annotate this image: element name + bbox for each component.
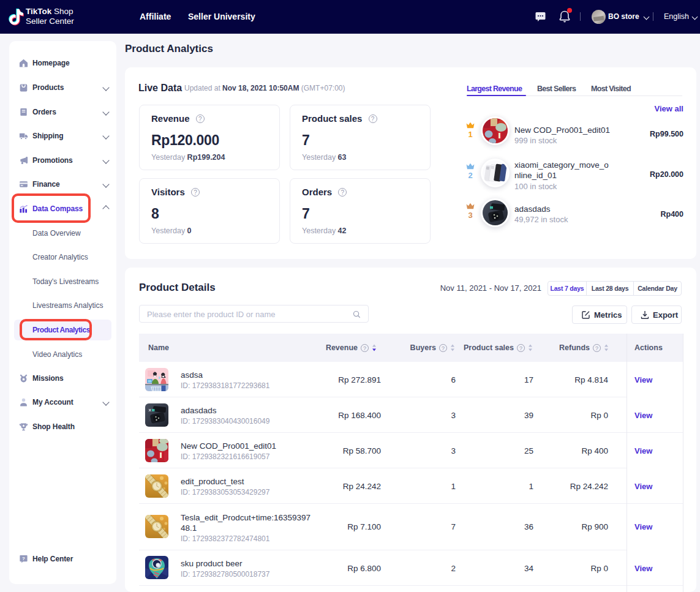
svg-text:?: ? — [22, 556, 25, 561]
